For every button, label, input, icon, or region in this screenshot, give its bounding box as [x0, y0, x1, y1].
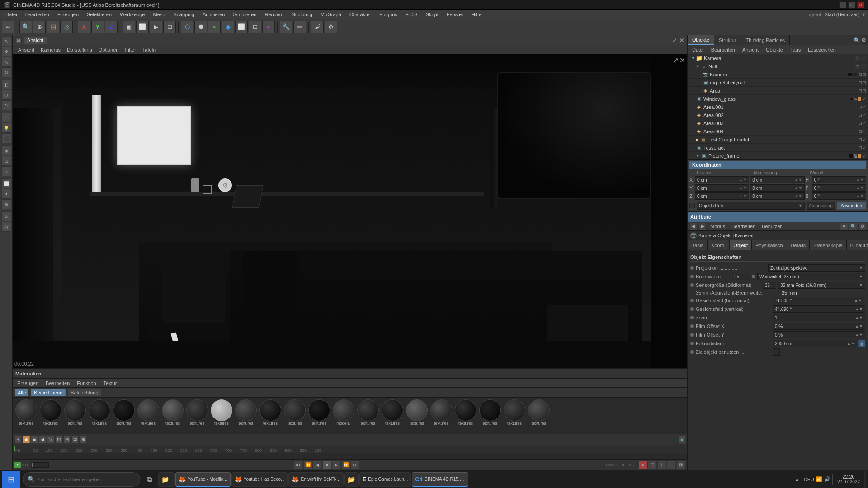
tool-scale[interactable]: ⤡: [1, 57, 11, 67]
attr-val-fokus[interactable]: 2000 cm ▲▼: [773, 340, 857, 347]
material-item[interactable]: textures: [283, 399, 307, 426]
menu-werkzeuge[interactable]: Werkzeuge: [116, 11, 148, 18]
taskbar-firefox[interactable]: 🦊 YouTube - Mozilla...: [175, 472, 231, 487]
vp-menu-ansicht[interactable]: Ansicht: [15, 46, 37, 53]
obj-search-btn[interactable]: 🔍: [854, 37, 860, 43]
material-item[interactable]: textures: [161, 399, 184, 426]
obj-row-tesseract[interactable]: ▣ Tesseract ⊡ ✓: [688, 144, 868, 152]
timeline-btn7[interactable]: ⊠: [71, 436, 79, 443]
live-select-button[interactable]: ⊕: [33, 21, 46, 33]
attr-val-film-y[interactable]: 0 % ▲▼: [773, 331, 865, 338]
attr-subtab-objekt[interactable]: Objekt: [730, 240, 752, 250]
timeline-btn2[interactable]: ■: [31, 436, 38, 443]
task-view-btn[interactable]: ⧉: [141, 471, 157, 488]
attr-val-sensor-unit[interactable]: 35 mm Foto (36.0 mm) ▼: [778, 282, 865, 289]
menu-datei[interactable]: Datei: [2, 11, 21, 18]
pb-play-back[interactable]: ◀: [313, 461, 322, 469]
pb-extra1[interactable]: ●: [638, 461, 647, 469]
taskbar-files[interactable]: 📂: [344, 472, 359, 487]
material-item[interactable]: textures: [405, 399, 429, 426]
brush-button[interactable]: ✏: [293, 21, 306, 33]
material-item[interactable]: textures: [478, 399, 502, 426]
coord-size-field[interactable]: Abmessung: [807, 202, 835, 210]
attr-val-film-x[interactable]: 0 % ▲▼: [773, 323, 865, 330]
start-button[interactable]: ⊞: [2, 471, 20, 488]
taskbar-firefox3[interactable]: 🦊 Entwirft ihr Sci-Fi-...: [288, 472, 343, 487]
viewport-tab-ansicht[interactable]: Ansicht: [24, 37, 47, 44]
attr-subtab-details[interactable]: Details: [787, 240, 810, 250]
menu-animieren[interactable]: Animieren: [199, 11, 229, 18]
menu-mesh[interactable]: Mesh: [149, 11, 169, 18]
viewport-expand-btn[interactable]: ⤢: [672, 37, 677, 44]
tool-cursor[interactable]: ↖: [1, 36, 11, 46]
taskbar-epic[interactable]: E Epic Games Laun...: [359, 472, 411, 487]
material-item[interactable]: textures: [259, 399, 282, 426]
vertex-mode-button[interactable]: ◉: [222, 21, 234, 33]
menu-hilfe[interactable]: Hilfe: [468, 11, 485, 18]
edge-mode-button[interactable]: ⬢: [194, 21, 207, 33]
tool-light[interactable]: 💡: [1, 123, 11, 133]
timeline-btn5[interactable]: ⊡: [55, 436, 62, 443]
tool-move[interactable]: ✥: [1, 47, 11, 56]
menu-mograph[interactable]: MoGraph: [317, 11, 345, 18]
attr-subtab-physikalisch[interactable]: Physikalisch: [752, 240, 787, 250]
obj-row-area004[interactable]: ◈ Area.004 ⊡ ✓: [688, 127, 868, 136]
timeline-btn6[interactable]: ⊟: [63, 436, 71, 443]
obj-menu-datei[interactable]: Datei: [689, 46, 707, 53]
material-item[interactable]: textures: [234, 399, 258, 426]
material-item[interactable]: textures: [210, 399, 233, 426]
mat-menu-funktion[interactable]: Funktion: [74, 380, 99, 387]
pb-goto-start[interactable]: ⏮: [294, 461, 303, 469]
undo-button[interactable]: ↩: [2, 21, 14, 33]
obj-row-camera[interactable]: 📷 Kamera ⊡ ⊡: [688, 70, 868, 79]
search-button[interactable]: 🔍: [19, 21, 32, 33]
tab-thinking-particles[interactable]: Thinking Particles: [741, 35, 790, 45]
taskbar-search[interactable]: 🔍 Zur Suche Text hier eingeben: [23, 472, 140, 487]
viewport-close-btn[interactable]: ✕: [679, 37, 684, 44]
obj-settings-btn[interactable]: ⚙: [861, 37, 866, 43]
obj-row-kamera-group[interactable]: ▼ 📁 Kamera ⊡: [688, 54, 868, 62]
pb-prev-frame[interactable]: ⏪: [303, 461, 312, 469]
select-button[interactable]: ▣: [123, 21, 135, 33]
timeline-record-btn[interactable]: ●: [14, 462, 21, 468]
material-item[interactable]: textures: [112, 399, 136, 426]
rotate-tool-button[interactable]: ◎: [60, 21, 73, 33]
menu-selektieren[interactable]: Selektieren: [83, 11, 115, 18]
poly-mode-button[interactable]: ●: [208, 21, 221, 33]
minimize-button[interactable]: —: [839, 2, 846, 8]
maximize-button[interactable]: □: [848, 2, 855, 8]
timeline-btn4[interactable]: ▷: [47, 436, 54, 443]
attr-menu-bearbeiten[interactable]: Bearbeiten: [729, 223, 758, 230]
extra-button[interactable]: ⚙: [325, 21, 337, 33]
attr-nav-forward[interactable]: ▶: [698, 222, 707, 230]
menu-fcs[interactable]: F.C.S: [402, 11, 421, 18]
coord-object-mode[interactable]: Objekt (Rel) ▼: [697, 202, 805, 210]
tool-tex[interactable]: ⊡: [1, 156, 11, 166]
tool-render[interactable]: ⬜: [1, 178, 11, 188]
tex-mode-button[interactable]: ⊡: [249, 21, 261, 33]
filter-alle[interactable]: Alle: [14, 389, 29, 396]
material-item[interactable]: textures: [503, 399, 526, 426]
material-item[interactable]: textures: [356, 399, 380, 426]
3d-viewport[interactable]: ⚙: [13, 54, 687, 368]
attr-ziel-checkbox[interactable]: [773, 348, 780, 356]
menu-erzeugen[interactable]: Erzeugen: [54, 11, 82, 18]
material-item[interactable]: textures: [527, 399, 551, 426]
tool-mat[interactable]: ◈: [1, 145, 11, 155]
menu-rendern[interactable]: Rendern: [261, 11, 287, 18]
snap-button[interactable]: 🔧: [280, 21, 292, 33]
taskbar-fileexplorer[interactable]: 📁: [158, 472, 175, 487]
filter-beleuchtung[interactable]: Beleuchtung: [67, 389, 101, 396]
vp-menu-darstellung[interactable]: Darstellung: [64, 46, 95, 53]
vp-maximize-btn[interactable]: ⤢: [673, 56, 679, 65]
tool-spline[interactable]: 〜: [1, 100, 11, 110]
tab-objekte[interactable]: Objekte: [688, 35, 714, 45]
material-item[interactable]: textures: [88, 399, 111, 426]
pb-goto-end[interactable]: ⏭: [351, 461, 360, 469]
vp-menu-optionen[interactable]: Optionen: [96, 46, 122, 53]
material-item[interactable]: models/: [332, 399, 355, 426]
obj-row-area002[interactable]: ◈ Area.002 ⊡ ✓: [688, 111, 868, 119]
material-item[interactable]: textures: [307, 399, 331, 426]
timeline-add-key[interactable]: +: [14, 436, 22, 443]
menu-sculpting[interactable]: Sculpting: [288, 11, 316, 18]
